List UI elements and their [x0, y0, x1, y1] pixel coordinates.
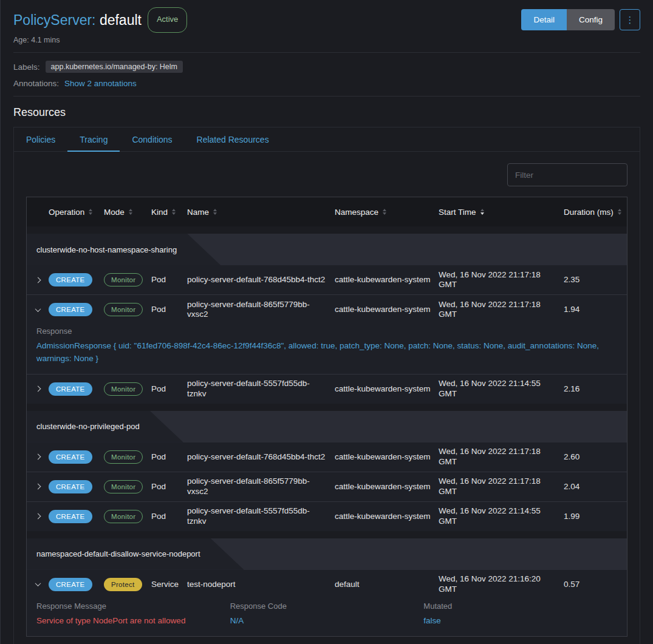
- operation-cell: CREATE: [49, 510, 104, 523]
- column-label: Name: [187, 208, 209, 217]
- kind-cell: Pod: [151, 452, 187, 462]
- sort-icon: [383, 209, 386, 215]
- table-row: CREATEMonitorPodpolicy-server-default-76…: [27, 442, 627, 472]
- mode-badge: Monitor: [104, 303, 143, 316]
- kind-cell: Pod: [151, 482, 187, 492]
- tab-related-resources[interactable]: Related Resources: [185, 127, 281, 152]
- column-label: Operation: [49, 208, 84, 217]
- expand-row-icon[interactable]: [35, 277, 41, 283]
- expand-cell: [27, 455, 49, 459]
- kind-cell: Pod: [151, 305, 187, 314]
- expand-row-icon[interactable]: [35, 386, 41, 392]
- sort-icon: [89, 209, 92, 215]
- name-cell: policy-server-default-5557fd55db-tznkv: [187, 506, 335, 526]
- tab-conditions[interactable]: Conditions: [120, 127, 184, 152]
- policy-group: clusterwide-no-host-namespace-sharingCRE…: [27, 234, 627, 404]
- sort-asc-icon: [89, 209, 92, 211]
- labels-row: Labels: app.kubernetes.io/managed-by: He…: [13, 61, 640, 73]
- page-title: PolicyServer: defaultActive: [13, 7, 187, 33]
- operation-cell: CREATE: [49, 273, 104, 286]
- sort-asc-icon: [480, 209, 484, 211]
- column-label: Mode: [104, 208, 125, 217]
- name-cell: policy-server-default-768d45bb4-thct2: [187, 452, 335, 462]
- sort-desc-icon: [172, 212, 176, 215]
- operation-cell: CREATE: [49, 578, 104, 591]
- column-header-name[interactable]: Name: [187, 208, 335, 217]
- title-block: PolicyServer: defaultActive Age: 4.1 min…: [13, 7, 187, 44]
- duration-cell: 2.35: [564, 275, 627, 285]
- annotations-label: Annotations:: [13, 79, 59, 88]
- tab-policies[interactable]: Policies: [14, 127, 67, 152]
- mode-badge: Protect: [104, 578, 142, 591]
- config-button[interactable]: Config: [567, 9, 615, 30]
- expand-row-icon[interactable]: [35, 454, 41, 460]
- duration-cell: 2.16: [564, 384, 627, 394]
- mode-badge: Monitor: [104, 510, 143, 523]
- row-detail: ResponseAdmissionResponse { uid: "61fed7…: [27, 324, 627, 374]
- group-header-band: clusterwide-no-privileged-pod: [27, 411, 627, 442]
- sort-asc-icon: [172, 209, 176, 211]
- start-time-cell: Wed, 16 Nov 2022 21:17:18 GMT: [439, 476, 564, 497]
- detail-field-label: Response: [36, 327, 617, 336]
- collapse-row-icon[interactable]: [35, 580, 41, 586]
- kind-cell: Pod: [151, 384, 187, 394]
- detail-field-value: false: [423, 615, 617, 628]
- column-header-start-time[interactable]: Start Time: [439, 208, 564, 217]
- tracing-table: OperationModeKindNameNamespaceStart Time…: [26, 197, 627, 637]
- operation-badge: CREATE: [49, 450, 92, 464]
- group-tab: clusterwide-no-host-namespace-sharing: [27, 234, 221, 265]
- column-header-mode[interactable]: Mode: [104, 208, 151, 217]
- expand-row-icon[interactable]: [35, 484, 41, 490]
- column-header-duration-ms[interactable]: Duration (ms): [564, 208, 627, 217]
- column-header-kind[interactable]: Kind: [151, 208, 187, 217]
- column-header-namespace[interactable]: Namespace: [335, 208, 439, 217]
- sort-desc-icon: [480, 212, 484, 215]
- age-label: Age: 4.1 mins: [13, 36, 187, 44]
- detail-button[interactable]: Detail: [521, 9, 567, 30]
- start-time-cell: Wed, 16 Nov 2022 21:17:18 GMT: [439, 270, 564, 290]
- sort-asc-icon: [618, 209, 621, 211]
- resource-name-label: default: [100, 12, 142, 28]
- namespace-cell: cattle-kubewarden-system: [335, 384, 439, 394]
- detail-field-value: N/A: [230, 615, 424, 628]
- detail-field-label: Mutated: [423, 602, 617, 611]
- expand-row-icon[interactable]: [35, 514, 41, 520]
- operation-badge: CREATE: [49, 578, 92, 591]
- trace-row: CREATEMonitorPodpolicy-server-default-55…: [27, 375, 627, 404]
- group-name: clusterwide-no-host-namespace-sharing: [36, 245, 177, 254]
- tab-bar: Policies Tracing Conditions Related Reso…: [14, 127, 640, 152]
- sort-asc-icon: [129, 209, 132, 211]
- expand-cell: [27, 278, 49, 282]
- start-time-cell: Wed, 16 Nov 2022 21:14:55 GMT: [439, 506, 564, 526]
- label-badge: app.kubernetes.io/managed-by: Helm: [46, 61, 183, 73]
- sort-icon: [213, 209, 217, 215]
- mode-cell: Protect: [104, 578, 151, 591]
- expand-cell: [27, 514, 49, 518]
- sort-asc-icon: [213, 209, 217, 211]
- header-actions: Detail Config ⋮: [521, 9, 640, 30]
- tab-tracing[interactable]: Tracing: [67, 127, 120, 152]
- detail-field: Mutatedfalse: [423, 602, 617, 628]
- table-row: CREATEMonitorPodpolicy-server-default-55…: [27, 374, 627, 404]
- show-annotations-link[interactable]: Show 2 annotations: [64, 79, 137, 88]
- row-detail: Response MessageService of type NodePort…: [27, 599, 627, 636]
- mode-cell: Monitor: [104, 480, 151, 493]
- sort-desc-icon: [129, 212, 132, 215]
- kind-cell: Pod: [151, 512, 187, 521]
- filter-row: [26, 163, 627, 186]
- start-time-cell: Wed, 16 Nov 2022 21:16:20 GMT: [439, 574, 564, 594]
- collapse-row-icon[interactable]: [35, 306, 41, 312]
- sort-desc-icon: [213, 212, 217, 215]
- kebab-menu-button[interactable]: ⋮: [620, 9, 640, 30]
- filter-input[interactable]: [507, 163, 627, 186]
- policy-group: namespaced-default-disallow-service-node…: [27, 538, 627, 636]
- column-header-operation[interactable]: Operation: [49, 208, 104, 217]
- kebab-menu-icon: ⋮: [626, 15, 635, 25]
- trace-row: CREATEMonitorPodpolicy-server-default-76…: [27, 265, 627, 294]
- mode-cell: Monitor: [104, 510, 151, 523]
- name-cell: policy-server-default-768d45bb4-thct2: [187, 275, 335, 285]
- column-label: Duration (ms): [564, 208, 614, 217]
- operation-badge: CREATE: [49, 303, 92, 316]
- detail-field-label: Response Code: [230, 602, 424, 611]
- namespace-cell: cattle-kubewarden-system: [335, 482, 439, 492]
